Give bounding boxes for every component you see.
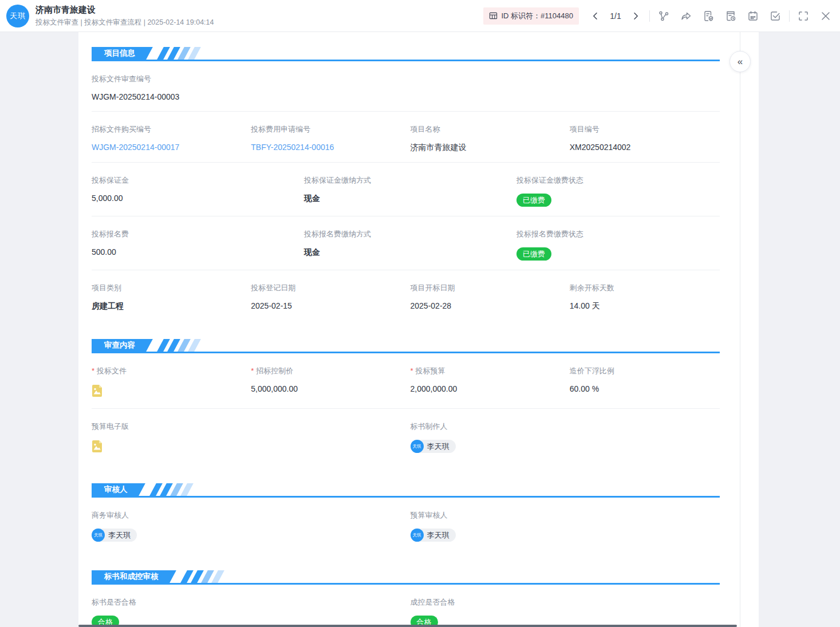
task-check-icon[interactable] xyxy=(769,10,782,22)
next-record-icon[interactable] xyxy=(629,10,642,22)
field-value: 60.00 % xyxy=(570,384,720,394)
panel-divider xyxy=(740,32,740,627)
collapse-panel-button[interactable]: « xyxy=(729,51,751,72)
company-avatar: 天琪 xyxy=(6,5,29,27)
horizontal-scrollbar[interactable] xyxy=(78,625,737,627)
close-icon[interactable] xyxy=(819,10,832,22)
breadcrumb: 投标文件审查 | 投标文件审查流程 | 2025-02-14 19:04:14 xyxy=(36,18,214,27)
table-icon xyxy=(489,11,498,21)
field-budget-file: 预算电子版 xyxy=(92,421,401,455)
field-deposit-method: 投标保证金缴纳方式 现金 xyxy=(304,175,507,207)
prev-record-icon[interactable] xyxy=(589,10,602,22)
section-title: 审查内容 xyxy=(92,339,143,352)
pager-count: 1/1 xyxy=(609,11,622,21)
field-reg-fee: 投标报名费 500.00 xyxy=(92,229,295,261)
field-reg-fee-method: 投标报名费缴纳方式 现金 xyxy=(304,229,507,261)
field-value: 济南市青旅建设 xyxy=(411,143,561,153)
doc-shield-icon[interactable] xyxy=(702,10,715,22)
section-header-review-content: 审查内容 xyxy=(92,339,720,353)
user-avatar: 天琪 xyxy=(411,440,424,453)
section-stripes-decoration xyxy=(153,483,190,496)
field-value: WJGM-20250214-00003 xyxy=(92,92,720,102)
user-name: 李天琪 xyxy=(427,530,449,541)
status-badge: 已缴费 xyxy=(516,247,551,261)
page-title: 济南市青旅建设 xyxy=(36,5,214,15)
field-value: 现金 xyxy=(304,247,507,258)
user-chip[interactable]: 天琪 李天琪 xyxy=(411,440,456,453)
field-purchase-no: 招标文件购买编号 WJGM-20250214-00017 xyxy=(92,124,242,153)
calendar-icon[interactable] xyxy=(747,10,759,22)
field-control-qualified: 成控是否合格 合格 xyxy=(411,597,720,627)
form-detail-panel: 项目信息 投标文件审查编号 WJGM-20250214-00003 招标文件购买… xyxy=(78,32,759,627)
field-value: 14.00 天 xyxy=(570,301,720,311)
form-row: 投标文件审查编号 WJGM-20250214-00003 xyxy=(92,61,720,112)
field-reg-date: 投标登记日期 2025-02-15 xyxy=(251,283,401,311)
section-title: 项目信息 xyxy=(92,47,143,60)
image-file-icon[interactable] xyxy=(92,440,102,455)
field-discount-ratio: 造价下浮比例 60.00 % xyxy=(570,366,720,399)
field-value: 5,000,000.00 xyxy=(251,384,401,394)
user-avatar: 天琪 xyxy=(411,529,424,542)
record-id-badge: ID 标识符：#1104480 xyxy=(483,7,579,25)
field-bid-budget: *投标预算 2,000,000.00 xyxy=(411,366,561,399)
field-project-no: 项目编号 XM20250214002 xyxy=(570,124,720,153)
form-row: 招标文件购买编号 WJGM-20250214-00017 投标费用申请编号 TB… xyxy=(92,112,720,163)
section-stripes-decoration xyxy=(160,339,198,352)
section-title: 审核人 xyxy=(92,483,136,496)
user-chip[interactable]: 天琪 李天琪 xyxy=(92,529,137,542)
field-category: 项目类别 房建工程 xyxy=(92,283,242,311)
form-row: 预算电子版 标书制作人 天琪 xyxy=(92,409,720,471)
form-row: 标书是否合格 合格 成控是否合格 合格 xyxy=(92,585,720,627)
field-value: 2,000,000.00 xyxy=(411,384,561,394)
field-value: 5,000.00 xyxy=(92,194,295,203)
section-stripes-decoration xyxy=(160,47,198,60)
form-row: 投标保证金 5,000.00 投标保证金缴纳方式 现金 投标保证金缴费状态 已缴… xyxy=(92,163,720,216)
form-content: 项目信息 投标文件审查编号 WJGM-20250214-00003 招标文件购买… xyxy=(92,32,720,627)
section-title: 标书和成控审核 xyxy=(92,570,167,583)
field-budget-reviewer: 预算审核人 天琪 李天琪 xyxy=(411,510,720,542)
form-row: 商务审核人 天琪 李天琪 预算审核人 天琪 李天琪 xyxy=(92,498,720,558)
field-open-date: 项目开标日期 2025-02-28 xyxy=(411,283,561,311)
field-deposit-status: 投标保证金缴费状态 已缴费 xyxy=(516,175,720,207)
user-chip[interactable]: 天琪 李天琪 xyxy=(411,529,456,542)
image-file-icon[interactable] xyxy=(92,384,102,399)
record-pager: 1/1 xyxy=(589,10,642,22)
user-name: 李天琪 xyxy=(427,441,449,452)
field-reg-fee-status: 投标报名费缴费状态 已缴费 xyxy=(516,229,720,261)
form-row: 投标报名费 500.00 投标报名费缴纳方式 现金 投标报名费缴费状态 已缴费 xyxy=(92,216,720,270)
flow-icon[interactable] xyxy=(657,10,670,22)
field-control-price: *招标控制价 5,000,000.00 xyxy=(251,366,401,399)
section-header-reviewers: 审核人 xyxy=(92,483,720,498)
field-biz-reviewer: 商务审核人 天琪 李天琪 xyxy=(92,510,401,542)
toolbar-divider xyxy=(649,10,650,22)
section-header-project-info: 项目信息 xyxy=(92,47,720,61)
field-value: 2025-02-15 xyxy=(251,301,401,311)
app-header: 天琪 济南市青旅建设 投标文件审查 | 投标文件审查流程 | 2025-02-1… xyxy=(0,0,840,32)
field-days-left: 剩余开标天数 14.00 天 xyxy=(570,283,720,311)
linked-record[interactable]: WJGM-20250214-00017 xyxy=(92,143,242,152)
share-icon[interactable] xyxy=(680,10,692,22)
field-doc-maker: 标书制作人 天琪 李天琪 xyxy=(411,421,720,455)
field-bid-file: *投标文件 xyxy=(92,366,242,399)
doc-history-icon[interactable] xyxy=(724,10,737,22)
field-deposit: 投标保证金 5,000.00 xyxy=(92,175,295,207)
user-avatar: 天琪 xyxy=(92,529,105,542)
status-badge: 已缴费 xyxy=(516,194,551,207)
section-stripes-decoration xyxy=(184,570,221,583)
field-project-name: 项目名称 济南市青旅建设 xyxy=(411,124,561,153)
field-value: 房建工程 xyxy=(92,301,242,311)
toolbar-divider xyxy=(789,10,790,22)
field-value: 2025-02-28 xyxy=(411,301,561,311)
form-row: 项目类别 房建工程 投标登记日期 2025-02-15 项目开标日期 2025-… xyxy=(92,270,720,329)
form-row: *投标文件 *招标控制价 5,000,000.00 xyxy=(92,353,720,409)
field-value: XM20250214002 xyxy=(570,143,720,152)
user-name: 李天琪 xyxy=(108,530,131,541)
fullscreen-icon[interactable] xyxy=(797,10,810,22)
linked-record[interactable]: TBFY-20250214-00016 xyxy=(251,143,401,152)
field-value: 500.00 xyxy=(92,247,295,257)
field-doc-qualified: 标书是否合格 合格 xyxy=(92,597,401,627)
field-fee-apply-no: 投标费用申请编号 TBFY-20250214-00016 xyxy=(251,124,401,153)
record-id-label: ID 标识符：#1104480 xyxy=(502,11,574,21)
field-review-no: 投标文件审查编号 WJGM-20250214-00003 xyxy=(92,74,720,102)
section-header-doc-control-review: 标书和成控审核 xyxy=(92,570,720,585)
